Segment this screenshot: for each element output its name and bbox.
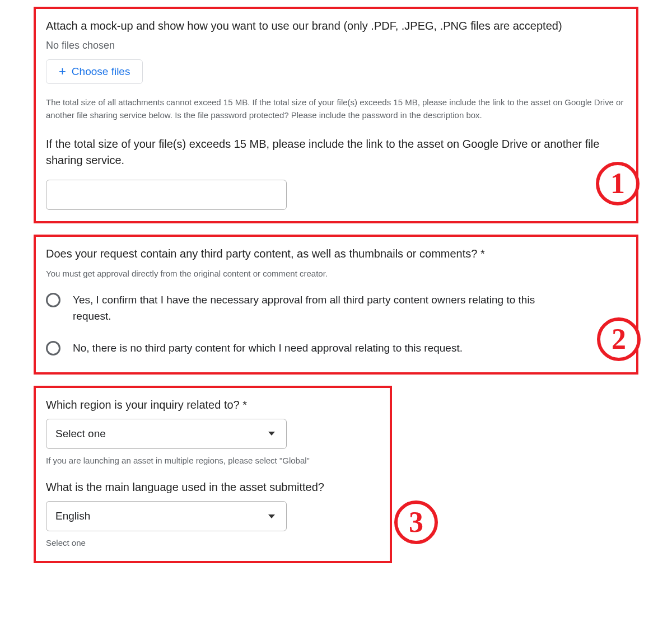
radio-icon [46,293,60,307]
region-select-value: Select one [55,428,106,440]
choose-files-label: Choose files [72,65,130,78]
third-party-title: Does your request contain any third part… [46,246,626,262]
region-help-text: If you are launching an asset in multipl… [46,455,380,467]
attach-mockup-title: Attach a mock-up and show how you want t… [46,18,626,34]
annotation-badge-1: 1 [596,162,640,205]
region-select[interactable]: Select one [46,419,287,449]
section-region-language: Which region is your inquiry related to?… [34,386,392,563]
radio-label-no: No, there is no third party content for … [73,340,463,356]
language-select[interactable]: English [46,501,287,531]
no-files-chosen-text: No files chosen [46,40,626,52]
third-party-help-text: You must get approval directly from the … [46,268,626,280]
file-link-title: If the total size of your file(s) exceed… [46,136,626,169]
radio-option-no[interactable]: No, there is no third party content for … [46,340,626,356]
language-title: What is the main language used in the as… [46,479,380,495]
plus-icon: + [59,65,66,78]
chevron-down-icon [268,432,275,436]
annotation-badge-3-wrap: 3 [394,500,438,544]
language-select-value: English [55,510,90,522]
section-third-party-content: Does your request contain any third part… [34,235,638,375]
file-link-input[interactable] [46,180,287,210]
radio-label-yes: Yes, I confirm that I have the necessary… [73,292,543,325]
attachment-size-help-text: The total size of all attachments cannot… [46,96,626,121]
language-help-text: Select one [46,537,380,550]
annotation-badge-3: 3 [394,500,438,544]
chevron-down-icon [268,514,275,518]
region-title: Which region is your inquiry related to?… [46,397,380,413]
choose-files-button[interactable]: + Choose files [46,59,143,84]
annotation-badge-2: 2 [597,317,641,361]
radio-icon [46,341,60,355]
radio-option-yes[interactable]: Yes, I confirm that I have the necessary… [46,292,626,325]
section-attach-mockup: Attach a mock-up and show how you want t… [34,7,638,223]
